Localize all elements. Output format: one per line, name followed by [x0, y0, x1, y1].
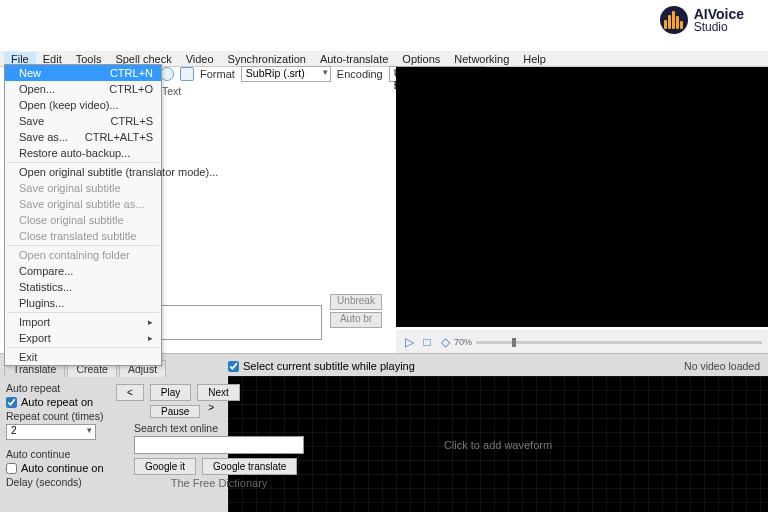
translate-controls: < Play Next > Pause Auto repeat Auto rep…	[6, 382, 224, 490]
auto-continue-checkbox[interactable]	[6, 463, 17, 474]
file-save-orig-as: Save original subtitle as...	[5, 196, 161, 212]
menu-autotranslate[interactable]: Auto-translate	[313, 52, 395, 66]
free-dictionary-label: The Free Dictionary	[134, 477, 304, 489]
chevron-right-icon: ▸	[148, 333, 153, 343]
menu-options[interactable]: Options	[395, 52, 447, 66]
video-panel	[396, 67, 768, 327]
file-close-orig: Close original subtitle	[5, 212, 161, 228]
no-video-label: No video loaded	[684, 360, 760, 372]
google-button[interactable]: Google it	[134, 458, 196, 475]
file-import[interactable]: Import▸	[5, 314, 161, 330]
file-compare[interactable]: Compare...	[5, 263, 161, 279]
brand-logo: AIVoice Studio	[660, 6, 744, 34]
autobr-button[interactable]: Auto br	[330, 312, 382, 328]
lower-panel: Translate Create Adjust Select current s…	[0, 353, 768, 512]
logo-line2: Studio	[694, 21, 744, 33]
search-online-label: Search text online	[134, 422, 304, 434]
pause-button[interactable]: Pause	[150, 405, 200, 418]
video-progress[interactable]	[476, 341, 762, 344]
auto-repeat-checkbox[interactable]	[6, 397, 17, 408]
video-controls: ▷ □ ◇ 70%	[396, 330, 768, 354]
search-online-input[interactable]	[134, 436, 304, 454]
menu-networking[interactable]: Networking	[447, 52, 516, 66]
fullscreen-icon[interactable]: ◇	[438, 335, 452, 349]
format-label: Format	[200, 68, 235, 80]
next-play-button[interactable]: Next >	[197, 384, 240, 401]
stop-icon[interactable]: □	[420, 335, 434, 349]
auto-repeat-on-label: Auto repeat on	[21, 396, 93, 408]
grid-col-text: Text	[162, 85, 181, 97]
file-open[interactable]: Open...CTRL+O	[5, 81, 161, 97]
file-new[interactable]: NewCTRL+N	[5, 65, 161, 81]
format-select[interactable]: SubRip (.srt)	[241, 66, 331, 82]
file-exit[interactable]: Exit	[5, 349, 161, 365]
menu-help[interactable]: Help	[516, 52, 553, 66]
menu-sync[interactable]: Synchronization	[221, 52, 313, 66]
subtitle-text-input[interactable]	[142, 305, 322, 340]
select-current-label: Select current subtitle while playing	[243, 360, 415, 372]
menu-video[interactable]: Video	[179, 52, 221, 66]
unbreak-button[interactable]: Unbreak	[330, 294, 382, 310]
auto-continue-on-label: Auto continue on	[21, 462, 104, 474]
file-save-as[interactable]: Save as...CTRL+ALT+S	[5, 129, 161, 145]
google-translate-button[interactable]: Google translate	[202, 458, 297, 475]
select-current-check[interactable]: Select current subtitle while playing	[228, 360, 415, 372]
file-save-orig: Save original subtitle	[5, 180, 161, 196]
logo-line1: AIVoice	[694, 7, 744, 21]
text-label: Text	[142, 294, 322, 305]
waveform-panel[interactable]: Click to add waveform	[228, 376, 768, 512]
back-button[interactable]: <	[116, 384, 144, 401]
progress-value: 70%	[456, 335, 470, 349]
logo-icon	[660, 6, 688, 34]
file-close-trans: Close translated subtitle	[5, 228, 161, 244]
file-dropdown: NewCTRL+N Open...CTRL+O Open (keep video…	[4, 64, 162, 366]
file-save[interactable]: SaveCTRL+S	[5, 113, 161, 129]
repeat-count-select[interactable]: 2	[6, 424, 96, 440]
chevron-right-icon: ▸	[148, 317, 153, 327]
file-plugins[interactable]: Plugins...	[5, 295, 161, 311]
file-export[interactable]: Export▸	[5, 330, 161, 346]
file-open-folder: Open containing folder	[5, 247, 161, 263]
select-current-checkbox[interactable]	[228, 361, 239, 372]
help-icon[interactable]	[160, 67, 174, 81]
layout-icon[interactable]	[180, 67, 194, 81]
file-restore[interactable]: Restore auto-backup...	[5, 145, 161, 161]
play-button[interactable]: Play	[150, 384, 191, 401]
play-icon[interactable]: ▷	[402, 335, 416, 349]
file-open-keep[interactable]: Open (keep video)...	[5, 97, 161, 113]
file-statistics[interactable]: Statistics...	[5, 279, 161, 295]
encoding-label: Encoding	[337, 68, 383, 80]
file-open-orig[interactable]: Open original subtitle (translator mode)…	[5, 164, 161, 180]
